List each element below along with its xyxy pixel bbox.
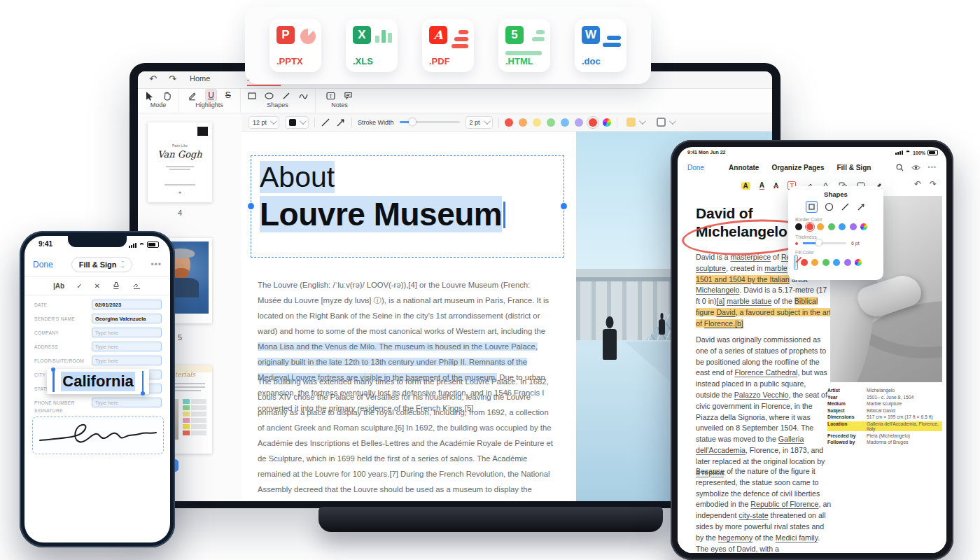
tab-annotate[interactable]: Annotate: [729, 164, 759, 172]
border-color-orange[interactable]: [817, 223, 824, 230]
highlight-pencil-icon[interactable]: [188, 91, 197, 101]
selection-handle-left[interactable]: [248, 203, 254, 209]
underline-tool-icon[interactable]: U: [205, 89, 217, 102]
tab-home[interactable]: Home: [190, 74, 210, 83]
color-dot-blue[interactable]: [561, 118, 569, 127]
selection-handle-right[interactable]: [142, 371, 144, 392]
check-tool[interactable]: ✓: [76, 282, 82, 290]
pie-chart-deco: [300, 29, 316, 44]
signature-box[interactable]: [32, 416, 164, 454]
person-figure: [659, 319, 665, 335]
tab-fill-sign[interactable]: Fill & Sign: [836, 164, 871, 172]
underline-tool[interactable]: A: [760, 181, 764, 190]
document-page[interactable]: About Louvre Museum The Louvre (English:…: [241, 132, 576, 501]
text-color-select[interactable]: [285, 116, 309, 129]
color-dot-orange[interactable]: [519, 118, 527, 127]
date-field[interactable]: 02/01/2023: [92, 300, 162, 309]
strikethrough-tool-icon[interactable]: S: [225, 90, 231, 100]
shape-line-option[interactable]: [841, 202, 850, 211]
done-button[interactable]: Done: [33, 260, 53, 270]
color-dot-green[interactable]: [547, 118, 555, 127]
fill-color-blue[interactable]: [833, 259, 840, 266]
stroke-pt-select[interactable]: 2 pt: [465, 116, 493, 129]
stroke-width-slider[interactable]: [400, 121, 460, 123]
sender-name-field[interactable]: Georgina Valenzuela: [92, 314, 162, 323]
freehand-icon[interactable]: [299, 92, 308, 100]
signature-tool-icon[interactable]: [132, 281, 141, 290]
file-tile-doc[interactable]: W .doc: [575, 19, 626, 72]
text-field-tool[interactable]: |Ab: [53, 282, 64, 290]
file-tile-xls[interactable]: X .XLS: [346, 19, 398, 72]
shape-circle-option[interactable]: [825, 202, 834, 211]
phone-device: 9:41 Done Fill & Sign ⌃⌄ ••• |Ab ✓ ✕: [20, 231, 175, 547]
fill-color-select[interactable]: [623, 117, 648, 128]
title-selection-box[interactable]: About Louvre Museum: [251, 155, 564, 258]
fill-none-selected[interactable]: [795, 256, 797, 269]
line-tool-icon[interactable]: [321, 118, 330, 127]
ellipse-icon[interactable]: [265, 92, 274, 100]
doc-title-line2: Louvre Museum: [260, 196, 502, 232]
stamp-tool-icon[interactable]: [112, 281, 120, 290]
cross-tool[interactable]: ✕: [94, 282, 100, 290]
border-color-red-selected[interactable]: [806, 223, 813, 230]
shape-arrow-option[interactable]: [857, 202, 866, 211]
fill-color-orange[interactable]: [811, 259, 818, 266]
fill-sign-selector[interactable]: Fill & Sign ⌃⌄: [71, 257, 133, 272]
group-highlights: U S Highlights: [178, 89, 241, 113]
more-icon[interactable]: •••: [928, 164, 937, 171]
line-icon[interactable]: [282, 92, 290, 100]
phone-header: Done Fill & Sign ⌃⌄ •••: [24, 253, 170, 276]
cursor-icon[interactable]: [145, 91, 154, 101]
group-mode: Mode: [138, 89, 179, 113]
view-eye-icon[interactable]: [911, 164, 920, 171]
text-selection-popup[interactable]: California: [47, 369, 149, 394]
color-wheel-icon[interactable]: [603, 118, 611, 127]
file-tile-html[interactable]: 5 .HTML: [498, 19, 550, 72]
shape-square-option[interactable]: [806, 201, 818, 213]
phone-number-field[interactable]: Type here: [92, 398, 162, 407]
selection-handle-right[interactable]: [561, 203, 567, 209]
strikethrough-tool[interactable]: A: [774, 182, 778, 190]
annotate-toolbar: Mode U S Highlights: [138, 89, 772, 113]
color-dot-red[interactable]: [505, 118, 513, 127]
color-dot-selected[interactable]: [589, 118, 597, 127]
undo-icon[interactable]: ↶: [149, 74, 157, 84]
file-tile-pdf[interactable]: A .PDF: [422, 19, 474, 72]
color-wheel-icon[interactable]: [855, 259, 862, 266]
arrow-tool-icon[interactable]: [336, 118, 346, 127]
phone-screen: 9:41 Done Fill & Sign ⌃⌄ ••• |Ab ✓ ✕: [24, 236, 170, 542]
fill-color-red[interactable]: [801, 259, 808, 266]
address-field[interactable]: Type here: [92, 342, 162, 351]
text-note-icon[interactable]: T: [326, 92, 335, 100]
fill-color-purple[interactable]: [844, 259, 851, 266]
tab-organize-pages[interactable]: Organize Pages: [771, 164, 824, 172]
floor-field[interactable]: Type here: [92, 356, 162, 365]
color-dot-yellow[interactable]: [533, 118, 541, 127]
color-wheel-icon[interactable]: [860, 223, 867, 230]
border-color-select[interactable]: [653, 117, 678, 128]
font-size-select[interactable]: 12 pt: [248, 116, 279, 129]
thickness-slider[interactable]: [803, 242, 846, 244]
hand-icon[interactable]: [162, 91, 172, 101]
more-icon[interactable]: •••: [150, 260, 162, 270]
file-tile-pptx[interactable]: P .PPTX: [270, 19, 321, 72]
fill-color-green[interactable]: [822, 259, 830, 266]
border-color-black[interactable]: [795, 223, 802, 230]
file-ext-label: .doc: [582, 56, 601, 66]
company-field[interactable]: Type here: [92, 328, 162, 337]
border-color-blue[interactable]: [839, 223, 846, 230]
selection-handle-left[interactable]: [52, 371, 55, 392]
done-button[interactable]: Done: [687, 164, 704, 172]
color-dot-purple[interactable]: [575, 118, 583, 127]
border-color-green[interactable]: [828, 223, 835, 230]
comment-icon[interactable]: [344, 92, 353, 100]
border-color-purple[interactable]: [850, 223, 857, 230]
redo-icon[interactable]: ↷: [169, 74, 176, 84]
search-icon[interactable]: [896, 164, 904, 172]
undo-icon[interactable]: ↶: [914, 179, 921, 189]
rectangle-icon[interactable]: [248, 92, 256, 100]
form-row-phone: PHONE NUMBER Type here: [34, 397, 162, 408]
highlight-tool[interactable]: A: [741, 182, 750, 190]
page-thumbnail-4[interactable]: Paint Like Van Gogh ★: [148, 122, 212, 202]
redo-icon[interactable]: ↷: [930, 179, 937, 189]
